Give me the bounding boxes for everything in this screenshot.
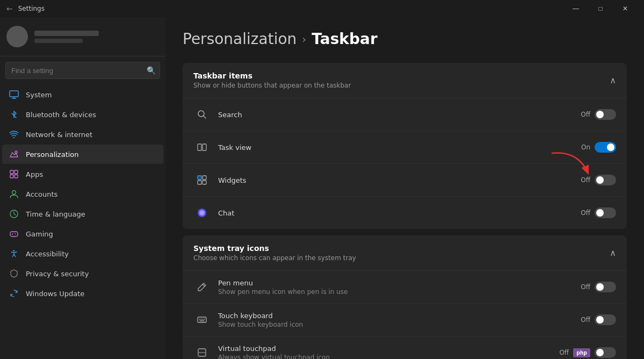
sidebar-item-network[interactable]: Network & internet <box>2 125 163 144</box>
window-controls: — □ ✕ <box>563 0 638 17</box>
taskview-toggle[interactable] <box>595 142 616 153</box>
maximize-button[interactable]: □ <box>588 0 613 17</box>
virtualtouchpad-setting-icon <box>193 344 211 359</box>
time-icon <box>9 209 19 219</box>
touchkeyboard-status: Off <box>581 316 590 324</box>
sidebar-item-label: Personalization <box>26 150 79 159</box>
chat-setting-info: Chat <box>218 209 581 217</box>
sidebar-item-system[interactable]: System <box>2 85 163 104</box>
taskview-setting-info: Task view <box>218 143 581 152</box>
user-section <box>0 17 165 56</box>
svg-rect-6 <box>15 170 18 174</box>
user-info <box>34 31 159 43</box>
apps-icon <box>9 169 19 180</box>
touchkeyboard-setting-desc: Show touch keyboard icon <box>218 321 581 328</box>
chat-status: Off <box>581 209 590 217</box>
accessibility-icon <box>9 248 19 259</box>
section-desc: Show or hide buttons that appear on the … <box>193 82 351 89</box>
widgets-status: Off <box>581 176 590 184</box>
system-tray-section: System tray icons Choose which icons can… <box>183 235 627 359</box>
bluetooth-icon <box>9 109 19 120</box>
tray-section-desc: Choose which icons can appear in the sys… <box>193 254 356 262</box>
widgets-toggle[interactable] <box>595 175 616 185</box>
accounts-icon <box>9 189 19 199</box>
taskview-status: On <box>581 143 590 151</box>
virtualtouchpad-setting-name: Virtual touchpad <box>218 344 559 353</box>
minimize-button[interactable]: — <box>563 0 588 17</box>
widgets-toggle-knob <box>596 176 604 184</box>
system-tray-header[interactable]: System tray icons Choose which icons can… <box>183 235 627 271</box>
svg-rect-23 <box>202 176 206 180</box>
search-input[interactable] <box>5 62 160 79</box>
virtualtouchpad-status: Off <box>559 349 569 356</box>
penmenu-toggle-knob <box>596 283 604 291</box>
widgets-setting-control: Off <box>581 175 616 185</box>
penmenu-setting-control: Off <box>581 282 616 292</box>
svg-rect-22 <box>198 176 201 180</box>
sidebar-item-label: Time & language <box>26 210 85 218</box>
svg-point-15 <box>15 233 16 234</box>
search-toggle-knob <box>596 111 604 118</box>
virtualtouchpad-toggle[interactable] <box>595 347 616 358</box>
avatar <box>6 26 28 47</box>
search-setting-name: Search <box>218 111 581 119</box>
taskview-setting-control: On <box>581 142 616 153</box>
sidebar-item-apps[interactable]: Apps <box>2 164 163 184</box>
sidebar-item-accessibility[interactable]: Accessibility <box>2 244 163 263</box>
svg-rect-24 <box>198 181 201 184</box>
penmenu-setting-name: Pen menu <box>218 279 581 287</box>
chat-toggle-knob <box>596 209 604 217</box>
penmenu-setting-row: Pen menu Show pen menu icon when pen is … <box>183 271 627 304</box>
network-icon <box>9 129 19 140</box>
sidebar-item-time[interactable]: Time & language <box>2 204 163 224</box>
search-toggle[interactable] <box>595 109 616 120</box>
back-button[interactable]: ← <box>6 4 13 13</box>
touchkeyboard-setting-row: Touch keyboard Show touch keyboard icon … <box>183 304 627 336</box>
search-box: 🔍 <box>5 62 160 79</box>
svg-point-16 <box>13 250 15 252</box>
personalization-icon <box>9 149 19 160</box>
sidebar-item-personalization[interactable]: Personalization <box>2 145 163 164</box>
search-setting-row: Search Off <box>183 98 627 131</box>
svg-rect-25 <box>202 181 206 184</box>
sidebar-item-privacy[interactable]: Privacy & security <box>2 264 163 283</box>
sidebar: 🔍 System Blue <box>0 17 165 359</box>
svg-rect-30 <box>198 317 206 322</box>
title-bar: ← Settings — □ ✕ <box>0 0 644 17</box>
taskbar-items-header[interactable]: Taskbar items Show or hide buttons that … <box>183 63 627 98</box>
sidebar-item-label: Windows Update <box>26 290 84 298</box>
breadcrumb-parent[interactable]: Personalization <box>183 30 296 48</box>
chat-setting-name: Chat <box>218 209 581 217</box>
sidebar-item-accounts[interactable]: Accounts <box>2 184 163 204</box>
touchkeyboard-setting-control: Off <box>581 314 616 325</box>
svg-point-17 <box>198 111 204 117</box>
tray-chevron-up-icon: ∧ <box>610 248 616 258</box>
virtualtouchpad-setting-row: Virtual touchpad Always show virtual tou… <box>183 336 627 359</box>
app-title: Settings <box>18 5 45 12</box>
content-area: Personalization › Taskbar Taskbar items … <box>165 17 644 359</box>
sidebar-item-label: Bluetooth & devices <box>26 111 96 119</box>
svg-rect-7 <box>10 175 13 178</box>
chat-toggle[interactable] <box>595 207 616 218</box>
penmenu-status: Off <box>581 283 590 291</box>
penmenu-toggle[interactable] <box>595 282 616 292</box>
user-name <box>34 31 99 36</box>
touchkeyboard-toggle[interactable] <box>595 314 616 325</box>
svg-point-3 <box>13 137 15 138</box>
svg-line-29 <box>202 284 205 286</box>
sidebar-item-label: Privacy & security <box>26 270 89 278</box>
sidebar-item-gaming[interactable]: Gaming <box>2 224 163 243</box>
penmenu-setting-icon <box>193 278 211 296</box>
sidebar-item-bluetooth[interactable]: Bluetooth & devices <box>2 105 163 124</box>
close-button[interactable]: ✕ <box>613 0 638 17</box>
taskview-toggle-knob <box>607 143 614 151</box>
update-icon <box>9 288 19 299</box>
virtualtouchpad-setting-desc: Always show virtual touchpad icon <box>218 354 559 360</box>
breadcrumb: Personalization › Taskbar <box>183 30 627 48</box>
touchkeyboard-toggle-knob <box>596 316 604 324</box>
app-body: 🔍 System Blue <box>0 17 644 359</box>
sidebar-item-update[interactable]: Windows Update <box>2 284 163 303</box>
search-icon: 🔍 <box>147 66 156 75</box>
privacy-icon <box>9 268 19 279</box>
breadcrumb-separator: › <box>302 33 306 46</box>
